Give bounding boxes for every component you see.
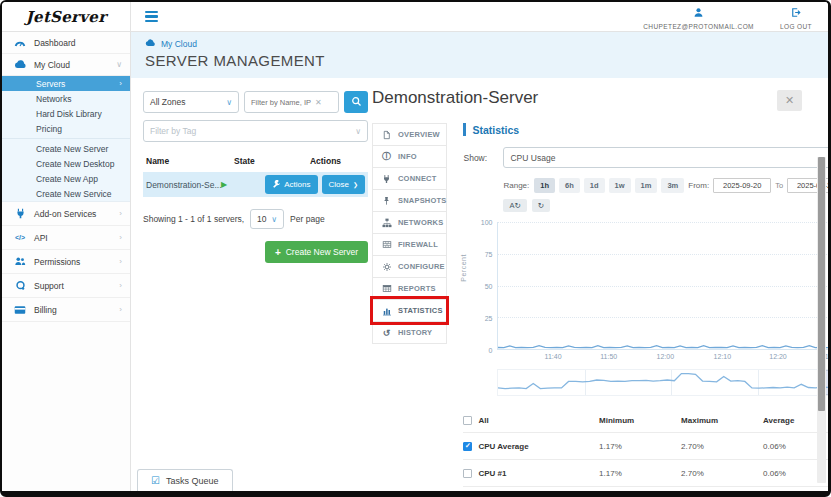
per-page-select[interactable]: 10 ∨ [250,209,284,229]
vertical-scrollbar[interactable] [817,157,826,483]
users-icon [13,256,27,267]
y-axis-title: Percent [460,254,467,282]
name-filter-field: ✕ [244,91,339,113]
server-detail-title: Demonstration-Server [372,88,814,108]
servers-list-panel: All Zones ∨ ✕ Filter by Tag ∨ [143,91,368,263]
sidebar-item-dashboard[interactable]: Dashboard [2,32,130,54]
table-row[interactable]: Demonstration-Se... ▶ Actions Close ❯ [143,172,368,197]
chevron-right-icon: › [119,257,122,266]
chevron-right-icon: ❯ [353,181,358,188]
support-icon [13,280,27,291]
user-icon [693,4,704,22]
app-window: JetServer CHUPETEZ@PROTONMAIL.COM LOG OU… [0,0,831,497]
tab-networks[interactable]: NETWORKS [373,212,446,234]
sidebar-item-networks[interactable]: Networks [2,91,130,106]
tab-statistics[interactable]: STATISTICS [373,300,446,322]
date-from-input[interactable] [713,178,771,193]
range-1m-button[interactable]: 1m [635,178,658,193]
table-row: ✓ CPU Average 1.17% 2.70% 0.06% [463,433,831,460]
submenu-divider [2,138,130,139]
sidebar-item-create-new-server[interactable]: Create New Server [2,141,130,156]
hamburger-menu-icon[interactable] [145,11,158,23]
close-server-button[interactable]: Close ❯ [322,175,365,194]
sidebar-item-create-new-desktop[interactable]: Create New Desktop [2,156,130,171]
search-button[interactable] [344,91,368,113]
sidebar-item-pricing[interactable]: Pricing [2,121,130,136]
file-icon [381,130,392,140]
range-3m-button[interactable]: 3m [661,178,684,193]
scrollbar-thumb[interactable] [818,157,825,411]
sidebar-item-billing[interactable]: Billing › [2,298,130,322]
statistics-section: Statistics Show: CPU Usage ∨ Range: 1h 6… [463,123,831,487]
tag-filter-select[interactable]: Filter by Tag ∨ [143,120,368,142]
range-label: Range: [503,181,529,190]
sitemap-icon [381,218,392,228]
cpu-average-checkbox[interactable]: ✓ [463,442,472,451]
firewall-bricks-icon [381,240,392,249]
detail-tabs: OVERVIEW ⓘ INFO CONNECT SNAPSHOTS [372,123,447,344]
sidebar-item-support[interactable]: Support › [2,274,130,298]
chevron-down-icon: ∨ [116,60,122,69]
tab-history[interactable]: ↺ HISTORY [373,322,446,344]
tab-reports[interactable]: REPORTS [373,278,446,300]
auto-refresh-button[interactable]: A↻ [503,199,526,212]
sidebar-item-api[interactable]: </> API › [2,226,130,250]
zones-select[interactable]: All Zones ∨ [143,91,239,113]
close-panel-button[interactable]: ✕ [777,90,802,111]
sidebar-item-servers[interactable]: Servers › [2,76,130,91]
sidebar-item-my-cloud[interactable]: My Cloud ∨ [2,54,130,76]
plug-icon [381,174,392,184]
user-email: CHUPETEZ@PROTONMAIL.COM [643,23,754,30]
x-axis-labels: 11:40 11:50 12:00 12:10 12:20 12:30 [497,350,831,362]
my-cloud-submenu: Servers › Networks Hard Disk Library Pri… [2,76,130,202]
checked-checkbox-icon: ☑ [151,475,160,486]
chart-navigator[interactable] [497,369,831,396]
pagination-summary: Showing 1 - 1 of 1 servers, [143,214,244,224]
cpu-1-checkbox[interactable] [463,469,472,478]
plot-area [497,222,831,350]
actions-button[interactable]: Actions [265,175,317,194]
top-bar: JetServer CHUPETEZ@PROTONMAIL.COM LOG OU… [2,2,828,32]
metric-select[interactable]: CPU Usage ∨ [503,147,831,168]
tab-connect[interactable]: CONNECT [373,168,446,190]
name-filter-input[interactable] [251,98,313,107]
chevron-down-icon: ∨ [271,215,277,224]
sidebar-item-addon-services[interactable]: Add-on Services › [2,202,130,226]
servers-table: Name State Actions Demonstration-Se... ▶… [143,152,368,197]
clear-filter-icon[interactable]: ✕ [315,98,322,107]
sidebar-item-permissions[interactable]: Permissions › [2,250,130,274]
tab-snapshots[interactable]: SNAPSHOTS [373,190,446,212]
running-state-icon: ▶ [221,180,265,189]
server-detail-panel: Demonstration-Server ✕ OVERVIEW ⓘ INFO [372,88,814,491]
servers-table-header: Name State Actions [143,152,368,172]
sidebar-item-hard-disk-library[interactable]: Hard Disk Library [2,106,130,121]
sidebar-item-create-new-service[interactable]: Create New Service [2,186,130,201]
breadcrumb[interactable]: My Cloud [145,39,828,49]
tasks-queue-tab[interactable]: ☑ Tasks Queue [137,469,233,491]
tab-overview[interactable]: OVERVIEW [373,124,446,146]
tab-info[interactable]: ⓘ INFO [373,146,446,168]
content-area: All Zones ∨ ✕ Filter by Tag ∨ [131,78,828,491]
cloud-icon [145,39,156,49]
range-6h-button[interactable]: 6h [559,178,580,193]
logout-label: LOG OUT [780,23,812,30]
user-account-button[interactable]: CHUPETEZ@PROTONMAIL.COM [643,4,754,30]
chevron-right-icon: › [119,305,122,314]
table-row: CPU #1 1.17% 2.70% 0.06% [463,460,831,487]
create-new-server-button[interactable]: + Create New Server [265,241,368,263]
range-1h-button[interactable]: 1h [534,178,555,193]
section-title: Statistics [472,124,519,136]
tab-firewall[interactable]: FIREWALL [373,234,446,256]
refresh-button[interactable]: ↻ [532,199,550,212]
code-icon: </> [13,234,27,241]
logout-button[interactable]: LOG OUT [780,4,812,30]
range-1w-button[interactable]: 1w [609,178,631,193]
range-1d-button[interactable]: 1d [584,178,605,193]
select-all-checkbox[interactable] [463,416,472,425]
search-icon [351,95,362,110]
to-label: To [775,181,783,190]
chevron-right-icon: › [119,281,122,290]
sidebar-item-create-new-app[interactable]: Create New App [2,171,130,186]
sidebar-item-label: Dashboard [34,38,76,48]
tab-configure[interactable]: CONFIGURE [373,256,446,278]
